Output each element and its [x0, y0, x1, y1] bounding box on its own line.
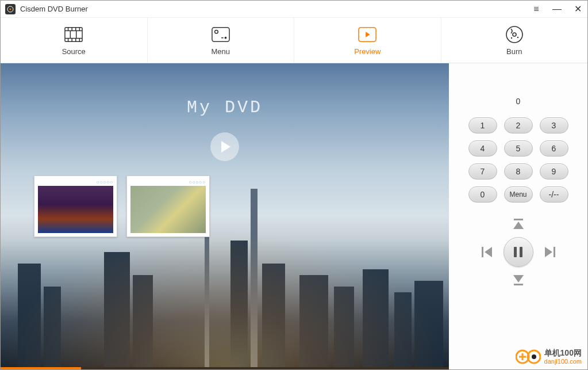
watermark-text: 单机100网	[544, 349, 582, 357]
svg-point-21	[506, 26, 522, 43]
thumb-indicator: ○○○○○	[130, 180, 206, 185]
chapter-thumbnail-2[interactable]: ○○○○○	[126, 176, 210, 237]
key-3[interactable]: 3	[540, 117, 568, 133]
tab-label: Preview	[354, 47, 381, 56]
svg-point-23	[517, 36, 518, 37]
close-button[interactable]: ✕	[572, 3, 583, 14]
next-button[interactable]	[544, 247, 555, 257]
playback-progress[interactable]	[1, 367, 449, 369]
svg-marker-31	[513, 275, 524, 283]
play-all-button[interactable]	[210, 132, 239, 161]
thumb-indicator: ○○○○○	[38, 180, 113, 185]
svg-marker-26	[513, 222, 524, 229]
progress-fill	[1, 367, 81, 369]
hamburger-icon[interactable]: ≡	[531, 4, 541, 14]
svg-marker-28	[485, 247, 492, 257]
svg-point-36	[528, 350, 540, 363]
dvd-title: My DVD	[187, 98, 263, 117]
key-2[interactable]: 2	[504, 117, 533, 133]
watermark-logo-icon	[516, 349, 541, 365]
svg-point-37	[532, 354, 536, 359]
key-8[interactable]: 8	[504, 163, 533, 180]
numeric-keypad: 1 2 3 4 5 6 7 8 9 0 Menu -/--	[468, 117, 568, 203]
key-1[interactable]: 1	[468, 117, 497, 133]
pause-icon	[514, 247, 522, 257]
thumbnail-image	[130, 186, 206, 233]
watermark: 单机100网 danji100.com	[516, 349, 582, 365]
preview-area: My DVD ○○○○○ ○○○○○	[1, 63, 449, 369]
svg-rect-30	[554, 247, 555, 257]
key-9[interactable]: 9	[540, 163, 568, 180]
key-6[interactable]: 6	[540, 140, 568, 157]
dvd-menu-preview: My DVD ○○○○○ ○○○○○	[1, 63, 449, 367]
previous-button[interactable]	[482, 247, 493, 257]
tab-source[interactable]: Source	[1, 18, 148, 63]
burn-disc-icon	[505, 25, 524, 44]
app-icon	[5, 4, 16, 14]
menu-layout-icon	[212, 25, 230, 44]
minimize-button[interactable]: —	[552, 4, 562, 14]
svg-point-1	[10, 8, 11, 10]
filmstrip-icon	[64, 25, 83, 44]
svg-rect-27	[482, 247, 483, 257]
svg-point-17	[224, 36, 226, 39]
svg-rect-32	[514, 284, 523, 285]
tab-burn[interactable]: Burn	[441, 18, 588, 63]
svg-point-16	[214, 30, 218, 33]
transport-controls	[482, 219, 555, 285]
svg-point-22	[513, 33, 516, 36]
tab-label: Menu	[211, 47, 230, 56]
counter-display: 0	[516, 97, 521, 106]
main-tabs: Source Menu Preview Burn	[1, 18, 587, 63]
chapter-thumbnail-1[interactable]: ○○○○○	[34, 176, 117, 237]
tab-label: Source	[62, 47, 86, 56]
pause-button[interactable]	[504, 237, 533, 267]
tab-label: Burn	[506, 47, 522, 56]
svg-rect-15	[212, 27, 229, 41]
svg-marker-20	[366, 32, 370, 37]
app-title: Cisdem DVD Burner	[20, 5, 531, 13]
key-4[interactable]: 4	[468, 140, 497, 157]
thumbnail-image	[38, 186, 113, 233]
remote-panel: 0 1 2 3 4 5 6 7 8 9 0 Menu -/--	[449, 63, 587, 369]
tab-preview[interactable]: Preview	[294, 18, 441, 63]
svg-rect-25	[514, 219, 523, 220]
tab-menu[interactable]: Menu	[148, 18, 295, 63]
skip-down-button[interactable]	[512, 274, 525, 285]
svg-marker-29	[545, 247, 552, 257]
key-0[interactable]: 0	[468, 186, 497, 203]
key-7[interactable]: 7	[468, 163, 497, 180]
key-5[interactable]: 5	[504, 140, 533, 157]
skip-up-button[interactable]	[512, 219, 525, 230]
preview-play-icon	[358, 25, 376, 44]
watermark-url: danji100.com	[544, 358, 582, 365]
titlebar: Cisdem DVD Burner ≡ — ✕	[1, 1, 587, 18]
svg-point-33	[516, 350, 529, 363]
svg-point-24	[511, 37, 512, 38]
key-dash[interactable]: -/--	[540, 186, 568, 203]
key-menu[interactable]: Menu	[504, 186, 533, 203]
